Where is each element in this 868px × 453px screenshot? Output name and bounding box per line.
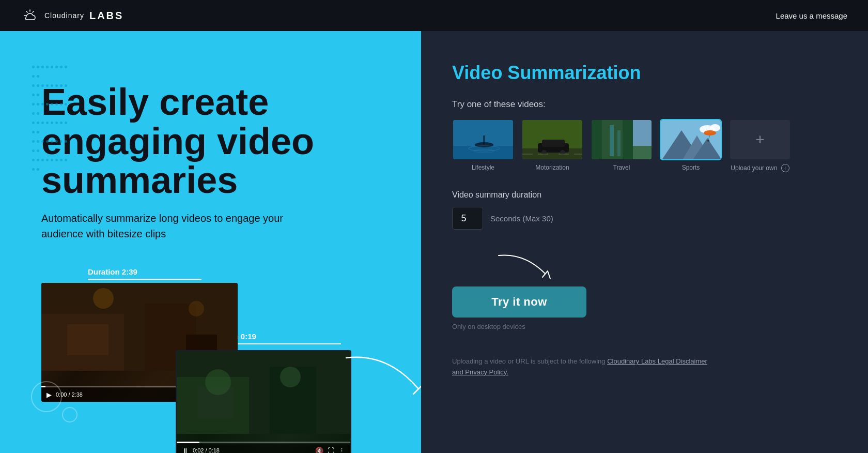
hero-subtitle: Automatically summarize long videos to e… — [41, 210, 289, 241]
video-thumbnails-row: Lifestyle — [452, 119, 837, 172]
thumb-lifestyle[interactable]: Lifestyle — [452, 119, 514, 172]
svg-point-7 — [189, 301, 204, 316]
button-arrow-decoration — [493, 250, 555, 281]
thumb-travel[interactable]: Travel — [591, 119, 653, 172]
video-demo-area: Duration 2:39 Duration 0:19 TODAY — [41, 267, 362, 433]
section-title: Video Summarization — [452, 62, 837, 84]
svg-point-13 — [280, 367, 301, 387]
motorization-label: Motorization — [535, 164, 569, 171]
cloudinary-logo-icon — [21, 6, 39, 25]
svg-rect-35 — [617, 130, 621, 156]
duration-input[interactable] — [452, 207, 483, 230]
right-panel: Video Summarization Try one of these vid… — [421, 31, 868, 453]
svg-rect-36 — [633, 120, 653, 146]
svg-rect-28 — [538, 154, 548, 155]
thumb-img-motorization — [521, 119, 583, 160]
svg-rect-4 — [67, 324, 109, 355]
svg-rect-27 — [522, 154, 533, 155]
lifestyle-label: Lifestyle — [472, 164, 494, 171]
video-time-2: 0:02 / 0:18 — [193, 447, 220, 453]
thumb-img-lifestyle — [452, 119, 514, 160]
duration-hint: Seconds (Max 30) — [490, 214, 553, 223]
thumb-img-upload: + — [729, 119, 791, 160]
try-videos-label: Try one of these videos: — [452, 99, 837, 110]
svg-point-0 — [21, 6, 39, 25]
duration-input-row: Seconds (Max 30) — [452, 207, 837, 230]
fullscreen-icon-2[interactable]: ⛶ — [328, 447, 334, 453]
svg-rect-17 — [483, 135, 485, 145]
labs-label: LABS — [89, 10, 123, 22]
hero-panel: // Will be rendered inline below Easily … — [0, 31, 421, 453]
svg-rect-37 — [633, 146, 653, 160]
progress-bar-2 — [177, 442, 350, 443]
disclaimer-text: Uploading a video or URL is subject to t… — [452, 356, 710, 378]
svg-rect-30 — [574, 154, 583, 155]
desktop-only-note: Only on desktop devices — [452, 323, 837, 330]
svg-point-44 — [704, 130, 716, 135]
menu-icon-2[interactable]: ⋮ — [338, 447, 345, 453]
travel-label: Travel — [613, 164, 630, 171]
svg-point-43 — [710, 124, 720, 131]
hero-title: Easily create engaging video summaries — [41, 83, 362, 200]
try-it-now-button[interactable]: Try it now — [452, 286, 586, 318]
svg-rect-15 — [453, 146, 514, 160]
svg-point-6 — [93, 288, 114, 309]
svg-point-46 — [707, 140, 709, 142]
duration-section: Video summary duration Seconds (Max 30) — [452, 190, 837, 230]
video-summary: TODAY ⏸ 0:02 / 0:18 — [176, 350, 351, 453]
pause-icon-2[interactable]: ⏸ — [182, 447, 189, 453]
duration-section-label: Video summary duration — [452, 190, 837, 200]
upload-label: Upload your own i — [731, 164, 789, 172]
company-name: Cloudinary — [44, 11, 84, 20]
mute-icon-2[interactable]: 🔇 — [315, 447, 323, 453]
duration-underline-1 — [88, 279, 202, 280]
thumb-upload-own[interactable]: + Upload your own i — [729, 119, 791, 172]
thumb-motorization[interactable]: Motorization — [521, 119, 583, 172]
dot-decoration: // Will be rendered inline below — [31, 62, 72, 98]
navbar: Cloudinary LABS Leave us a message — [0, 0, 868, 31]
svg-rect-24 — [542, 140, 565, 147]
main-layout: // Will be rendered inline below Easily … — [0, 31, 868, 453]
info-icon[interactable]: i — [781, 164, 789, 172]
curved-arrow — [336, 348, 421, 410]
thumb-img-sports — [660, 119, 722, 160]
svg-point-12 — [205, 369, 231, 395]
leave-message-link[interactable]: Leave us a message — [776, 11, 847, 20]
plus-icon: + — [755, 132, 765, 147]
video-controls-2: ⏸ 0:02 / 0:18 🔇 ⛶ ⋮ — [177, 444, 350, 453]
logo: Cloudinary LABS — [21, 6, 123, 25]
circle-decoration-1 — [31, 381, 62, 412]
svg-rect-34 — [610, 125, 614, 156]
circle-decoration-2 — [62, 407, 78, 422]
sports-label: Sports — [682, 164, 700, 171]
thumb-sports[interactable]: Sports — [660, 119, 722, 172]
thumb-img-travel — [591, 119, 653, 160]
svg-rect-29 — [559, 154, 569, 155]
duration-label-1: Duration 2:39 — [88, 267, 137, 276]
